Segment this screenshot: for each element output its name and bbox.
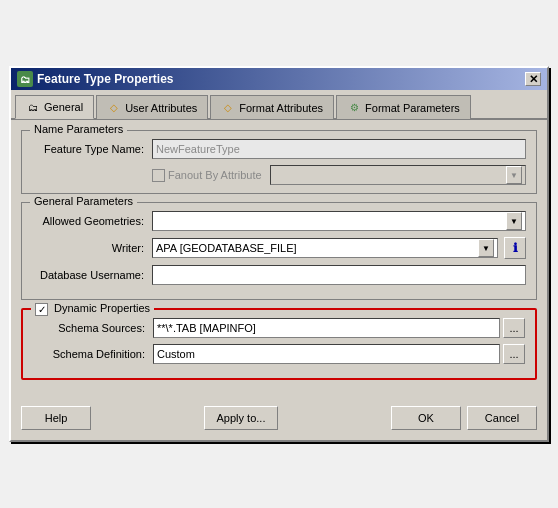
tab-format-attributes-label: Format Attributes: [239, 102, 323, 114]
window-icon: 🗂: [17, 71, 33, 87]
schema-definition-browse-button[interactable]: ...: [503, 344, 525, 364]
fanout-checkbox[interactable]: [152, 169, 165, 182]
help-button[interactable]: Help: [21, 406, 91, 430]
geometries-label: Allowed Geometries:: [32, 215, 152, 227]
tab-format-parameters-label: Format Parameters: [365, 102, 460, 114]
general-parameters-group: General Parameters Allowed Geometries: ▼…: [21, 202, 537, 300]
feature-type-name-row: Feature Type Name:: [32, 139, 526, 159]
titlebar-left: 🗂 Feature Type Properties: [17, 71, 174, 87]
writer-value: APA [GEODATABASE_FILE]: [156, 242, 297, 254]
fanout-dropdown-arrow: ▼: [506, 166, 522, 184]
writer-label: Writer:: [32, 242, 152, 254]
format-params-tab-icon: ⚙: [347, 101, 361, 115]
schema-definition-input[interactable]: [153, 344, 500, 364]
tab-format-parameters[interactable]: ⚙ Format Parameters: [336, 95, 471, 119]
content-area: Name Parameters Feature Type Name: Fanou…: [11, 120, 547, 398]
feature-type-name-input[interactable]: [152, 139, 526, 159]
tab-general[interactable]: 🗂 General: [15, 95, 94, 119]
dynamic-properties-group-label: ✓ Dynamic Properties: [31, 302, 154, 316]
writer-dropdown[interactable]: APA [GEODATABASE_FILE] ▼: [152, 238, 498, 258]
tabs-bar: 🗂 General ◇ User Attributes ◇ Format Att…: [11, 90, 547, 120]
cancel-button[interactable]: Cancel: [467, 406, 537, 430]
writer-input-group: APA [GEODATABASE_FILE] ▼ ℹ: [152, 237, 526, 259]
schema-sources-label: Schema Sources:: [33, 322, 153, 334]
schema-definition-input-group: ...: [153, 344, 525, 364]
schema-sources-browse-button[interactable]: ...: [503, 318, 525, 338]
general-parameters-label: General Parameters: [30, 195, 137, 207]
name-parameters-group: Name Parameters Feature Type Name: Fanou…: [21, 130, 537, 194]
window-title: Feature Type Properties: [37, 72, 174, 86]
fanout-label: Fanout By Attribute: [168, 169, 262, 181]
schema-sources-input[interactable]: [153, 318, 500, 338]
tab-user-attributes-label: User Attributes: [125, 102, 197, 114]
name-parameters-label: Name Parameters: [30, 123, 127, 135]
geometries-dropdown[interactable]: ▼: [152, 211, 526, 231]
dynamic-properties-checkbox[interactable]: ✓: [35, 303, 48, 316]
db-username-input[interactable]: [152, 265, 526, 285]
general-tab-icon: 🗂: [26, 100, 40, 114]
fanout-checkbox-group: Fanout By Attribute: [152, 169, 262, 182]
bottom-buttons: Help Apply to... OK Cancel: [11, 398, 547, 440]
ok-cancel-group: OK Cancel: [391, 406, 537, 430]
writer-info-button[interactable]: ℹ: [504, 237, 526, 259]
feature-type-name-label: Feature Type Name:: [32, 143, 152, 155]
tab-general-label: General: [44, 101, 83, 113]
geometries-arrow: ▼: [506, 212, 522, 230]
schema-definition-row: Schema Definition: ...: [33, 344, 525, 364]
ok-button[interactable]: OK: [391, 406, 461, 430]
writer-arrow: ▼: [478, 239, 494, 257]
tab-format-attributes[interactable]: ◇ Format Attributes: [210, 95, 334, 119]
tab-user-attributes[interactable]: ◇ User Attributes: [96, 95, 208, 119]
dynamic-properties-label: Dynamic Properties: [54, 302, 150, 314]
geometries-row: Allowed Geometries: ▼: [32, 211, 526, 231]
close-button[interactable]: ✕: [525, 72, 541, 86]
dynamic-properties-group: ✓ Dynamic Properties Schema Sources: ...…: [21, 308, 537, 380]
fanout-row: Fanout By Attribute ▼: [152, 165, 526, 185]
format-attr-tab-icon: ◇: [221, 101, 235, 115]
db-username-label: Database Username:: [32, 269, 152, 281]
schema-sources-input-group: ...: [153, 318, 525, 338]
schema-sources-row: Schema Sources: ...: [33, 318, 525, 338]
db-username-row: Database Username:: [32, 265, 526, 285]
main-window: 🗂 Feature Type Properties ✕ 🗂 General ◇ …: [9, 66, 549, 442]
fanout-dropdown[interactable]: ▼: [270, 165, 526, 185]
titlebar: 🗂 Feature Type Properties ✕: [11, 68, 547, 90]
schema-definition-label: Schema Definition:: [33, 348, 153, 360]
writer-row: Writer: APA [GEODATABASE_FILE] ▼ ℹ: [32, 237, 526, 259]
user-attr-tab-icon: ◇: [107, 101, 121, 115]
apply-to-button[interactable]: Apply to...: [204, 406, 279, 430]
